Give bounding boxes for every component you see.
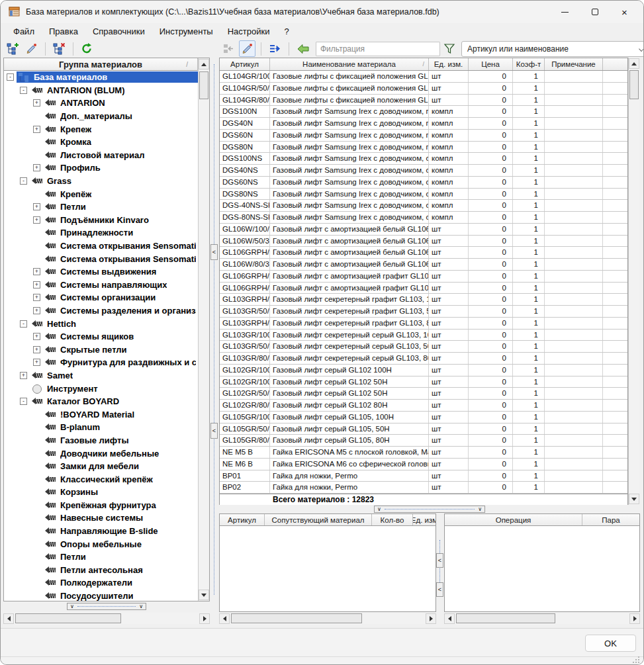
tree-item[interactable]: !BOYARD Material — [4, 408, 198, 421]
expander-icon[interactable]: + — [33, 203, 40, 210]
tree-item[interactable]: Петли — [4, 551, 198, 564]
back-arrow-button[interactable] — [295, 40, 311, 57]
resize-grip-icon[interactable] — [631, 655, 639, 663]
scroll-up-button[interactable] — [199, 59, 209, 69]
tree-item[interactable]: Система открывания Sensomatic — [4, 240, 198, 253]
scrollbar-thumb[interactable] — [456, 613, 555, 623]
ok-button[interactable]: OK — [585, 635, 636, 652]
scroll-down-button[interactable] — [199, 590, 209, 600]
table-row[interactable]: NE M5 B Гайка ERICSONA M5 с плоской голо… — [220, 447, 627, 459]
tree-header[interactable]: Группа материалов / — [4, 58, 198, 71]
table-row[interactable]: GL104GR/100/3 Газовые лифты с фиксацией … — [220, 71, 627, 83]
expander-icon[interactable]: + — [33, 333, 40, 340]
expander-icon[interactable]: + — [33, 164, 40, 171]
table-row[interactable]: DGS100NS Газовый лифт Samsung Irex с дов… — [220, 153, 627, 165]
scroll-left-button[interactable] — [219, 613, 230, 624]
move-material-button[interactable] — [267, 40, 283, 57]
tree-item[interactable]: Инструмент — [4, 382, 198, 395]
tree-item[interactable]: + Фурнитура для раздвижных и с — [4, 356, 198, 369]
tree-item[interactable]: + Профиль — [4, 161, 198, 175]
table-vertical-scrollbar[interactable] — [628, 58, 639, 505]
table-row[interactable]: DGS40NS Газовый лифт Samsung Irex с дово… — [220, 165, 627, 177]
filter-input[interactable] — [316, 42, 440, 56]
table-row[interactable]: GL102GR/100/3 Газовый лифт серый GL102 5… — [220, 377, 627, 388]
tree-item[interactable]: Принадлежности — [4, 226, 198, 240]
table-row[interactable]: DGS80NS Газовый лифт Samsung Irex с дово… — [220, 189, 627, 200]
scrollbar-thumb[interactable] — [15, 613, 121, 623]
col-coef[interactable]: Коэф-т — [513, 58, 545, 70]
tree-item[interactable]: Навесные системы — [4, 511, 198, 525]
table-row[interactable]: DGS-80NS-SHO Газовый лифт Samsung Irex с… — [220, 212, 627, 224]
table-row[interactable]: DGS-40NS-SHO Газовый лифт Samsung Irex с… — [220, 200, 627, 212]
panel-splitter[interactable]: < < — [210, 58, 219, 601]
col-related-material[interactable]: Сопутствующий материал — [265, 514, 372, 525]
collapse-left-button[interactable]: < — [210, 244, 218, 260]
menu-item-edit[interactable]: Правка — [42, 25, 85, 38]
table-row[interactable]: GL106GRPH/80/3 Газовый лифт с амортизаци… — [220, 247, 627, 259]
expander-icon[interactable]: - — [20, 177, 27, 185]
table-row[interactable]: GL104GR/50/3 Газовые лифты с фиксацией п… — [220, 83, 627, 95]
close-button[interactable]: × — [610, 1, 639, 23]
tree-splitter[interactable]: ∨∨ — [3, 602, 210, 611]
expander-icon[interactable]: + — [33, 99, 40, 107]
table-row[interactable]: GL103GR/80/3 Газовый лифт секретерный се… — [220, 353, 627, 365]
col-artikul[interactable]: Артикул — [220, 58, 270, 70]
tree-item[interactable]: + Системы направляющих — [4, 279, 198, 292]
expander-icon[interactable]: - — [20, 87, 27, 94]
scroll-right-button[interactable] — [426, 613, 436, 624]
collapse-left-button[interactable]: < — [436, 553, 443, 568]
col-parameters[interactable]: Пара — [582, 514, 639, 525]
collapse-left-button[interactable]: < — [436, 582, 443, 597]
operations-table-scrollbar[interactable] — [444, 613, 640, 624]
menu-item-settings[interactable]: Настройки — [220, 25, 277, 38]
table-row[interactable]: GL102GR/80/3 Газовый лифт серый GL102 80… — [220, 400, 627, 412]
scroll-right-button[interactable] — [199, 613, 210, 624]
tree-item[interactable]: + ANTARION — [4, 97, 198, 110]
scroll-down-button[interactable] — [629, 494, 639, 504]
table-row[interactable]: GL102GR/50/3 Газовый лифт серый GL102 50… — [220, 388, 627, 400]
menu-item-tools[interactable]: Инструменты — [152, 25, 220, 38]
tree-item[interactable]: Доп._материалы — [4, 110, 198, 123]
expander-icon[interactable]: + — [33, 268, 40, 275]
tree-item[interactable]: + Системы ящиков — [4, 330, 198, 343]
tree-item[interactable]: + Скрытые петли — [4, 343, 198, 356]
tree-vertical-scrollbar[interactable] — [198, 58, 209, 601]
tree-item[interactable]: Классический крепёж — [4, 472, 198, 486]
scroll-up-button[interactable] — [629, 58, 639, 69]
col-price[interactable]: Цена — [469, 58, 513, 70]
scroll-right-button[interactable] — [629, 613, 640, 624]
scroll-left-button[interactable] — [444, 613, 455, 624]
expander-icon[interactable]: + — [33, 346, 40, 353]
table-row[interactable]: GL104GR/80/3 Газовые лифты с фиксацией п… — [220, 95, 627, 107]
scrollbar-thumb[interactable] — [629, 70, 639, 99]
menu-item-file[interactable]: Файл — [6, 25, 42, 38]
table-row[interactable]: GL103GR/100/3 Газовый лифт секретерный с… — [220, 330, 627, 341]
tree-item[interactable]: Газовые лифты — [4, 434, 198, 447]
delete-group-button[interactable] — [51, 40, 68, 57]
tree-item[interactable]: + Samet — [4, 369, 198, 382]
table-row[interactable]: GL106W/50/3 Газовый лифт с амортизацией … — [220, 236, 627, 247]
scroll-left-button[interactable] — [3, 613, 14, 624]
table-row[interactable]: GL106W/100/3 Газовый лифт с амортизацией… — [220, 224, 627, 236]
tree-item[interactable]: - ANTARION (BLUM) — [4, 84, 198, 97]
col-operation[interactable]: Операция — [445, 514, 582, 525]
tree-item[interactable]: Крепёжная фурнитура — [4, 499, 198, 512]
tree-item[interactable]: B-planum — [4, 421, 198, 434]
table-row[interactable]: DGS60NS Газовый лифт Samsung Irex с дово… — [220, 177, 627, 189]
add-material-button[interactable] — [220, 40, 237, 57]
table-row[interactable]: DGS60N Газовый лифт Samsung Irex с довод… — [220, 130, 627, 142]
tree-item[interactable]: - Каталог BOYARD — [4, 395, 198, 408]
table-row[interactable]: GL105GR/80/1 Газовый лифт серый GL105, 8… — [220, 435, 627, 447]
tree-item[interactable]: Направляющие B-slide — [4, 525, 198, 538]
table-row[interactable]: GL106GRPH/100/3 Газовый лифт с амортизац… — [220, 271, 627, 283]
table-row[interactable]: BP02 Гайка для ножки, Permo шт 0 1 — [220, 482, 627, 494]
tree-item[interactable]: + Системы разделения и организа — [4, 304, 198, 318]
tree-item[interactable]: Кромка — [4, 136, 198, 149]
maximize-button[interactable] — [580, 1, 610, 23]
menu-item-references[interactable]: Справочники — [85, 25, 152, 38]
expander-icon[interactable]: + — [33, 359, 40, 366]
expander-icon[interactable]: - — [20, 320, 27, 328]
table-row[interactable]: DGS40N Газовый лифт Samsung Irex с довод… — [220, 118, 627, 130]
tree-item[interactable]: - Grass — [4, 175, 198, 188]
refresh-button[interactable] — [79, 40, 95, 57]
